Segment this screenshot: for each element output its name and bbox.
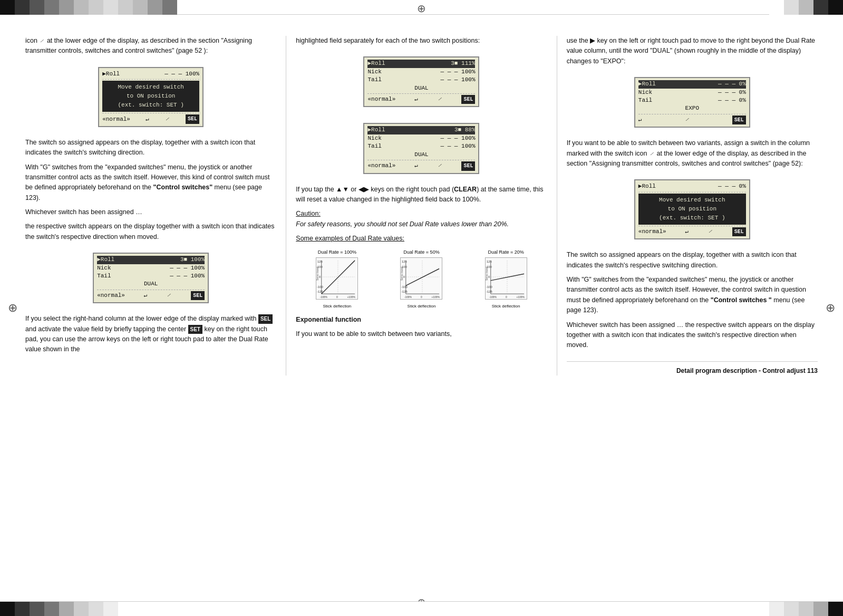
lcd2-bottom-icon: ↵: [144, 291, 148, 300]
col3-lcd1-divider: [638, 114, 746, 114]
sel-highlight: SEL: [258, 314, 273, 324]
chart-50-svg: 125 100 0 -100 -125 -100% 0 +100% Servo …: [400, 257, 442, 300]
svg-text:0: 0: [336, 296, 338, 299]
lcd1-bottom-icon: ↵: [146, 115, 149, 124]
lcd1-row1-label: ▶Roll: [102, 70, 120, 78]
expo-title-bold: Exponential function: [296, 316, 361, 323]
lcd2-center: DUAL: [97, 280, 205, 288]
svg-text:-100: -100: [317, 285, 323, 288]
col3-lcd1-row2-label: Nick: [638, 89, 652, 97]
chart-20-label: Dual Rate = 20%: [465, 249, 547, 256]
col2-para1: If you tap the ▲▼ or ◀▶ keys on the righ…: [296, 185, 547, 205]
col3-lcd2-bottom-slash: ⟋: [708, 227, 713, 236]
lcd-display-1: ▶Roll — — — 100% Move desired switch to …: [98, 67, 204, 127]
lcd1-sel-button: SEL: [186, 114, 199, 124]
col3-lcd1-row1-label: ▶Roll: [638, 80, 656, 88]
svg-text:0: 0: [403, 275, 405, 278]
swatch-8: [103, 0, 118, 15]
col3-lcd2-modal-line1: Move desired switch: [642, 196, 743, 205]
top-swatches-right: [769, 0, 843, 15]
left-margin-marker: ⊕: [8, 301, 17, 315]
svg-text:Servo travel: Servo travel: [485, 267, 488, 281]
chart-20: Dual Rate = 20% 125 100 0 -100 -125 -100…: [465, 249, 547, 310]
lcd2-row1-value: 3■ 100%: [180, 256, 205, 264]
col2-lcd-bot-row3: Tail — — — 100%: [367, 142, 475, 150]
swatch-2: [15, 0, 30, 15]
col2-lcd-top-row1: ▶Roll 3■ 111%: [367, 60, 475, 68]
chart-100-xlabel: Stick deflection: [296, 303, 378, 310]
col2-lcd-top-row1-value: 3■ 111%: [451, 60, 475, 68]
col2-lcd-top-sel: SEL: [461, 95, 475, 104]
chart-50: Dual Rate = 50% 125 100 0 -100 -125 -100…: [380, 249, 462, 310]
col3-para3: With "G" switches from the "expanded swi…: [567, 275, 818, 316]
col3-lcd1-row1-value: — — — 0%: [718, 80, 746, 88]
col2-lcd-bot-bottom-slash: ⟋: [437, 161, 443, 170]
lcd2-row3-label: Tail: [97, 272, 111, 280]
chart-50-label: Dual Rate = 50%: [380, 249, 462, 256]
svg-text:-100: -100: [486, 285, 492, 288]
lcd1-row1: ▶Roll — — — 100%: [102, 70, 199, 78]
svg-text:125: 125: [487, 260, 492, 263]
top-crosshair-icon: ⊕: [417, 2, 426, 15]
top-decorative-bar: ⊕: [0, 0, 843, 15]
bot-swatch-5: [59, 602, 74, 617]
col3-lcd1-row2: Nick — — — 0%: [638, 89, 746, 97]
svg-text:125: 125: [317, 260, 323, 263]
chart-100-svg: 125 100 0 -100 -125 -100% 0 +100% Servo …: [316, 257, 358, 300]
swatch-7: [89, 0, 103, 15]
lcd1-divider2: [102, 113, 199, 113]
lcd-display-2: ▶Roll 3■ 100% Nick — — — 100% Tail — — —…: [93, 253, 209, 303]
col2-lcd-bot-row3-label: Tail: [367, 142, 381, 150]
col3-lcd2-row1-label: ▶Roll: [638, 182, 656, 190]
col3-lcd2-bottom-icon: ↵: [685, 227, 689, 236]
col2-caution-text: For safety reasons, you should not set D…: [296, 220, 509, 228]
slash-icon-1: ⟋: [39, 36, 45, 45]
col2-lcd-bot-center: DUAL: [367, 151, 475, 159]
col2-lcd-bot-sel: SEL: [461, 161, 475, 171]
col3-lcd1-bottom: ↵ ⟋ SEL: [638, 116, 746, 125]
col3-control-switches-bold: "Control switches ": [711, 296, 772, 304]
lcd2-bottom-left: «normal»: [97, 291, 125, 300]
lcd2-row2-value: — — — 100%: [170, 264, 205, 272]
swatch-12: [162, 0, 177, 15]
svg-text:-100: -100: [401, 285, 408, 288]
bot-swatch-r2: [784, 602, 799, 616]
lcd1-bottom-left: «normal»: [102, 115, 130, 124]
col1-para5: If you select the right-hand column at t…: [25, 314, 276, 355]
examples-underline: Some examples of Dual Rate values:: [296, 235, 404, 242]
swatch-10: [133, 0, 148, 15]
lcd2-bottom-slash: ⟋: [166, 291, 172, 300]
lcd2-row3-value: — — — 100%: [170, 272, 205, 280]
col2-expo-text: If you want to be able to switch between…: [296, 329, 547, 339]
col2-lcd-bot-row2: Nick — — — 100%: [367, 134, 475, 142]
col3-lcd2-bottom-left: «normal»: [638, 227, 666, 236]
svg-text:0: 0: [506, 296, 507, 299]
top-swatches: [0, 0, 177, 15]
col2-lcd-top-row3-label: Tail: [367, 76, 381, 84]
col3-lcd1-row3-value: — — — 0%: [718, 97, 746, 104]
dual-rate-charts: Dual Rate = 100% 125 100 0 -100 -125: [296, 249, 547, 310]
col2-lcd-bottom: ▶Roll 3■ 88% Nick — — — 100% Tail — — — …: [363, 123, 479, 174]
lcd1-modal-line1: Move desired switch: [105, 83, 196, 92]
lcd2-row1: ▶Roll 3■ 100%: [97, 256, 205, 264]
lcd1-modal-line2: to ON position: [105, 92, 196, 101]
svg-text:-125: -125: [401, 291, 408, 294]
col3-para2: The switch so assigned appears on the di…: [567, 250, 818, 271]
col3-lcd1-sel: SEL: [732, 116, 746, 125]
lcd2-wrap: ▶Roll 3■ 100% Nick — — — 100% Tail — — —…: [25, 247, 276, 309]
bot-swatch-2: [15, 602, 30, 617]
lcd2-row3: Tail — — — 100%: [97, 272, 205, 280]
lcd2-sel-button: SEL: [191, 291, 205, 301]
col2-intro: highlighted field separately for each of…: [296, 36, 547, 46]
swatch-1: [0, 0, 15, 15]
svg-text:Servo travel: Servo travel: [401, 267, 403, 281]
svg-text:-100%: -100%: [404, 296, 412, 299]
col3-lcd1-row3-label: Tail: [638, 97, 652, 104]
svg-text:+100%: +100%: [516, 296, 525, 299]
bot-swatch-r3: [799, 602, 813, 616]
col2-lcd-bot-row3-value: — — — 100%: [440, 142, 475, 150]
col1-control-switches-bold: "Control switches": [153, 184, 213, 191]
swatch-r3: [799, 0, 813, 15]
column-3: use the ▶ key on the left or right touch…: [557, 36, 827, 376]
svg-text:+100%: +100%: [432, 296, 440, 299]
